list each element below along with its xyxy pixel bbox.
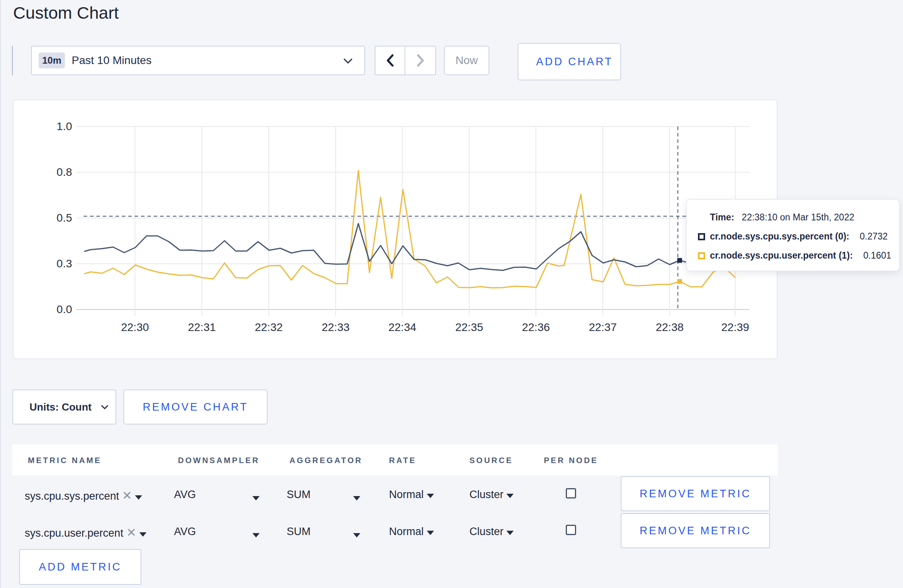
svg-text:22:35: 22:35 [455, 321, 483, 333]
svg-text:0.3: 0.3 [57, 257, 72, 270]
svg-text:22:32: 22:32 [255, 321, 283, 333]
svg-text:22:38: 22:38 [656, 321, 684, 333]
svg-text:22:30: 22:30 [121, 321, 149, 333]
svg-text:0.5: 0.5 [57, 212, 72, 224]
svg-text:22:33: 22:33 [322, 321, 350, 333]
svg-text:22:37: 22:37 [589, 321, 617, 333]
svg-text:1.0: 1.0 [57, 120, 72, 132]
svg-text:0.8: 0.8 [57, 166, 72, 178]
svg-text:22:36: 22:36 [522, 321, 550, 333]
svg-text:22:34: 22:34 [388, 321, 416, 333]
svg-text:22:31: 22:31 [188, 321, 216, 333]
svg-text:0.0: 0.0 [57, 303, 72, 315]
svg-text:22:39: 22:39 [721, 321, 749, 333]
